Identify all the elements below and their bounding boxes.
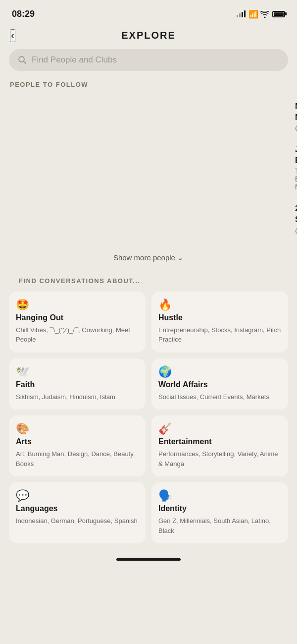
topic-tags: Indonesian, German, Portuguese, Spanish (16, 516, 139, 526)
topic-name: Identity (158, 504, 187, 513)
topic-card-entertainment[interactable]: 🎸 Entertainment Performances, Storytelli… (151, 415, 288, 476)
person-handle: The Joe Budden Network. (295, 167, 297, 191)
person-name: Joe Budden (295, 144, 297, 166)
topic-emoji: 🕊️ (16, 365, 139, 378)
signal-icon (237, 10, 246, 17)
home-bar (116, 558, 181, 561)
topic-card-identity[interactable]: 🗣️ Identity Gen Z, Millennials, South As… (151, 482, 288, 543)
conversations-section: FIND CONVERSATIONS ABOUT... 🤩 Hanging Ou… (0, 277, 297, 554)
status-time: 08:29 (12, 9, 35, 19)
topic-emoji: 🌍 (158, 365, 281, 378)
person-row: Joe Budden The Joe Budden Network. Follo… (9, 138, 288, 197)
topic-name: Faith (16, 380, 35, 389)
topic-card-faith[interactable]: 🕊️ Faith Sikhism, Judaism, Hinduism, Isl… (9, 358, 146, 410)
topic-emoji: 💬 (16, 489, 139, 502)
topic-emoji: 🔥 (158, 298, 281, 311)
search-input-placeholder: Find People and Clubs (32, 55, 117, 65)
topic-name: Hustle (158, 313, 183, 322)
topic-tags: Art, Burning Man, Design, Dance, Beauty,… (16, 449, 139, 468)
topic-emoji: 🎨 (16, 422, 139, 435)
person-handle: @21savage (295, 227, 297, 234)
person-info: Meek Mill @meekmill (295, 101, 297, 132)
status-icons: 📶 (237, 9, 285, 19)
topic-tags: Social Issues, Current Events, Markets (158, 392, 281, 402)
person-info: 21 Savage @21savage (295, 203, 297, 234)
wifi-icon: 📶 (248, 9, 269, 19)
person-row: 21 Savage @21savage Follow (9, 197, 288, 240)
conversations-section-label: FIND CONVERSATIONS ABOUT... (9, 277, 288, 292)
home-indicator (0, 553, 297, 565)
people-section-label: PEOPLE TO FOLLOW (0, 81, 297, 95)
topic-card-hustle[interactable]: 🔥 Hustle Entrepreneurship, Stocks, Insta… (151, 292, 288, 352)
topic-tags: Chill Vibes, ¯\_(ツ)_/¯, Coworking, Meet … (16, 325, 139, 345)
status-bar: 08:29 📶 (0, 0, 297, 25)
topic-card-world-affairs[interactable]: 🌍 World Affairs Social Issues, Current E… (151, 358, 288, 410)
topic-tags: Gen Z, Millennials, South Asian, Latino,… (158, 516, 281, 535)
topic-tags: Entrepreneurship, Stocks, Instagram, Pit… (158, 325, 281, 345)
topic-name: World Affairs (158, 380, 208, 389)
topic-emoji: 🗣️ (158, 489, 281, 502)
search-icon (18, 56, 27, 64)
topic-name: Languages (16, 504, 57, 513)
person-handle: @meekmill (295, 124, 297, 132)
topic-tags: Sikhism, Judaism, Hinduism, Islam (16, 392, 139, 402)
conversations-grid: 🤩 Hanging Out Chill Vibes, ¯\_(ツ)_/¯, Co… (9, 292, 288, 554)
person-name: 21 Savage (295, 203, 297, 225)
show-more-button[interactable]: Show more people ⌄ (106, 250, 191, 265)
search-container: Find People and Clubs (0, 49, 297, 81)
topic-name: Hanging Out (16, 313, 63, 322)
svg-line-1 (24, 61, 26, 64)
topic-card-languages[interactable]: 💬 Languages Indonesian, German, Portugue… (9, 482, 146, 543)
person-row: Meek Mill @meekmill Follow (9, 95, 288, 138)
back-button[interactable]: ‹ (10, 29, 15, 42)
topic-card-arts[interactable]: 🎨 Arts Art, Burning Man, Design, Dance, … (9, 415, 146, 476)
person-info: Joe Budden The Joe Budden Network. (295, 144, 297, 191)
header: ‹ EXPLORE (0, 25, 297, 49)
chevron-down-icon: ⌄ (177, 253, 184, 262)
topic-card-hanging-out[interactable]: 🤩 Hanging Out Chill Vibes, ¯\_(ツ)_/¯, Co… (9, 292, 146, 352)
search-bar[interactable]: Find People and Clubs (9, 49, 288, 71)
topic-tags: Performances, Storytelling, Variety, Ani… (158, 449, 281, 468)
person-name: Meek Mill (295, 101, 297, 123)
page-title: EXPLORE (121, 30, 176, 41)
topic-emoji: 🎸 (158, 422, 281, 435)
battery-icon (272, 11, 285, 17)
people-list: Meek Mill @meekmill Follow Joe Budden Th… (0, 95, 297, 240)
topic-name: Arts (16, 437, 32, 446)
topic-emoji: 🤩 (16, 298, 139, 311)
topic-name: Entertainment (158, 437, 212, 446)
show-more-container: Show more people ⌄ (0, 240, 297, 277)
